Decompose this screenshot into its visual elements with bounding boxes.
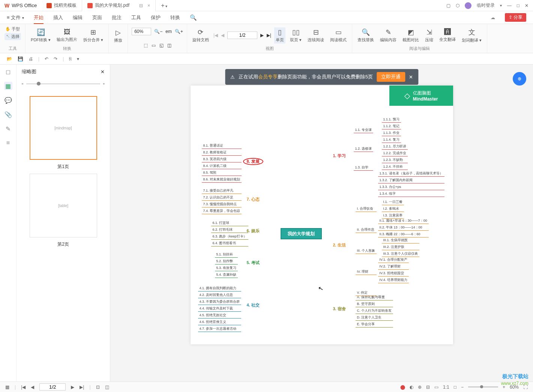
page-input[interactable] xyxy=(227,32,257,39)
menu-tools[interactable]: 工具 xyxy=(131,14,141,21)
b2s0-items: I.1. 一日三餐 I.2. 多喝水 I.3. 注意营养 xyxy=(382,199,404,219)
thumbnails-icon[interactable]: ▦ xyxy=(4,82,12,90)
print-icon[interactable]: 🖨 xyxy=(29,56,33,62)
workspace: ◻ ▦ 💬 📎 ✎ ≡ 缩略图 ✕ ▫ ▫ [mindmap] 第1页 [tab… xyxy=(0,65,533,381)
first-page-icon[interactable]: |◀ xyxy=(213,33,218,38)
sb-thumbs-icon[interactable]: ▦ xyxy=(5,384,9,390)
menu-insert[interactable]: 插入 xyxy=(53,14,63,21)
sb-mode-icon[interactable]: ◫ xyxy=(105,384,109,390)
bookmark-icon[interactable]: ◻ xyxy=(4,68,12,76)
close-banner-icon[interactable]: ✕ xyxy=(409,74,413,80)
thumb-size-slider[interactable]: ▫ ▫ xyxy=(17,79,110,89)
window-controls: ▢ ⬡ 临时登录▾ — □ ✕ xyxy=(446,2,533,9)
play-button[interactable]: ▷播放 xyxy=(113,28,124,44)
cube-icon[interactable]: ▢ xyxy=(446,3,450,8)
file-menu[interactable]: ≡ 文件 ▾ xyxy=(7,14,24,21)
sb-tool6-icon[interactable]: □ xyxy=(454,384,456,390)
sign-icon[interactable]: ✎ xyxy=(4,125,12,133)
layers-icon[interactable]: ≡ xyxy=(4,139,12,147)
canvas[interactable]: ⚠ 正在试用会员专享删除页面功能，非会员用户可以免费删除5页 立即开通 ✕ ⊕ … xyxy=(110,65,533,381)
apps-icon[interactable]: ⬡ xyxy=(456,3,459,8)
menu-bar: ≡ 文件 ▾ 开始 插入 编辑 页面 批注 工具 保护 转换 🔍 ☁ ⇪ 分享 xyxy=(0,11,533,24)
attachments-icon[interactable]: 📎 xyxy=(4,110,12,119)
open-icon[interactable]: 📂 xyxy=(7,56,12,62)
login-label[interactable]: 临时登录 xyxy=(477,2,495,9)
close-panel-icon[interactable]: ✕ xyxy=(101,69,105,75)
close-icon[interactable]: ✕ xyxy=(525,3,528,8)
sb-zoom-slider[interactable] xyxy=(468,386,498,387)
menu-edit[interactable]: 编辑 xyxy=(73,14,83,21)
sb-rec-icon[interactable]: ⬤ xyxy=(400,384,405,390)
fit-width-icon[interactable]: ⬚ xyxy=(144,43,148,48)
edit-content[interactable]: ✎编辑内容 xyxy=(378,27,398,44)
undo-icon[interactable]: ↶ xyxy=(45,56,48,62)
word-translate[interactable]: 文划词翻译 ▾ xyxy=(460,27,483,44)
menu-protect[interactable]: 保护 xyxy=(151,14,161,21)
next-page-icon[interactable]: ▶ xyxy=(260,33,264,38)
view4-icon[interactable]: ◫ xyxy=(167,43,171,48)
sb-tool1-icon[interactable]: ◐ xyxy=(410,384,413,390)
maximize-icon[interactable]: □ xyxy=(517,3,519,8)
copy-icon[interactable]: ⎘ xyxy=(69,56,72,62)
thumbnail-page-1[interactable]: [mindmap] xyxy=(30,96,97,160)
rotate-doc[interactable]: ⟳旋转文档 xyxy=(191,27,210,44)
menu-annotate[interactable]: 批注 xyxy=(112,14,122,21)
more-icon[interactable]: ▾ xyxy=(77,56,79,62)
b1s2-items: 1.3.1. 读名著（鬼谷子，高情商聊天术等） 1.3.2. 了解国内外新闻 1… xyxy=(378,170,444,197)
menu-page[interactable]: 页面 xyxy=(92,14,102,21)
save-icon[interactable]: 💾 xyxy=(18,56,23,62)
fit-page-icon[interactable]: ▭ xyxy=(152,43,156,48)
thumbnail-page-2[interactable]: [table] xyxy=(30,174,97,237)
menu-start[interactable]: 开始 xyxy=(34,14,44,24)
comments-icon[interactable]: 💬 xyxy=(4,96,12,104)
sb-tool5-icon[interactable]: 1:1 xyxy=(443,384,449,390)
upgrade-button[interactable]: 立即开通 xyxy=(377,72,405,82)
single-page[interactable]: ▯单页 xyxy=(274,27,285,44)
screenshot-compare[interactable]: ◩截图对比 xyxy=(401,27,420,44)
sb-prev-icon[interactable]: ◀ xyxy=(31,384,34,390)
branch-8-items: 8.1. 普通话证 8.2. 教师资格证 8.3. 英语四六级 8.4. 计算机… xyxy=(202,143,242,183)
redo-icon[interactable]: ↷ xyxy=(54,56,57,62)
pdf-icon xyxy=(87,3,93,8)
share-button[interactable]: ⇪ 分享 xyxy=(505,13,526,22)
select-tool[interactable]: ↖ 选择 xyxy=(5,33,21,40)
sb-tool3-icon[interactable]: ⊟ xyxy=(426,384,430,390)
tab-templates[interactable]: 找稻壳模板 xyxy=(41,0,82,11)
cloud-icon[interactable]: ☁ xyxy=(491,15,495,20)
floating-action-button[interactable]: ⊕ xyxy=(513,72,526,86)
find-replace[interactable]: 🔍查找替换 xyxy=(356,27,375,44)
zoom-in-icon[interactable]: 🔍+ xyxy=(175,29,183,34)
minimize-icon[interactable]: — xyxy=(507,3,512,8)
sb-tool4-icon[interactable]: ▭ xyxy=(434,384,438,390)
warn-icon: ⚠ xyxy=(230,74,235,80)
tab-menu-icon[interactable]: ⊟ xyxy=(139,3,143,8)
sb-tool2-icon[interactable]: ⊕ xyxy=(418,384,422,390)
last-page-icon[interactable]: ▶| xyxy=(267,33,271,38)
continuous-read[interactable]: ⊟连续阅读 xyxy=(306,27,326,44)
export-image[interactable]: 🖼输出为图片 xyxy=(55,27,79,43)
sb-fit-icon[interactable]: ⊡ xyxy=(96,384,100,390)
side-iconbar: ◻ ▦ 💬 📎 ✎ ≡ xyxy=(0,65,17,381)
new-tab-button[interactable]: +▾ xyxy=(156,2,172,9)
zoom-out-icon[interactable]: 🔍− xyxy=(154,29,162,34)
tab-document[interactable]: 我的大学规划.pdf⊟× xyxy=(82,0,156,11)
avatar[interactable] xyxy=(465,2,471,9)
double-page[interactable]: ▯▯双页 ▾ xyxy=(288,27,303,44)
sb-last-icon[interactable]: ▶| xyxy=(80,384,84,390)
actual-icon[interactable]: ◱ xyxy=(159,43,164,48)
zoom-select[interactable]: 60% xyxy=(132,28,151,35)
compress[interactable]: ⇲压缩 xyxy=(423,27,435,44)
read-mode[interactable]: ▭阅读模式 xyxy=(329,27,348,44)
sb-page-input[interactable] xyxy=(39,383,66,390)
search-icon[interactable]: 🔍 xyxy=(190,14,197,21)
menu-convert[interactable]: 转换 xyxy=(170,14,180,21)
close-tab-icon[interactable]: × xyxy=(147,3,150,8)
full-translate[interactable]: 🅰全文翻译 xyxy=(438,27,457,43)
sb-zoomout-icon[interactable]: − xyxy=(461,384,464,390)
split-merge[interactable]: ⊞拆分合并 ▾ xyxy=(82,27,105,44)
sb-first-icon[interactable]: |◀ xyxy=(21,384,26,390)
prev-page-icon[interactable]: ◀ xyxy=(221,33,224,38)
hand-tool[interactable]: ✋ 手型 xyxy=(4,26,21,33)
sb-next-icon[interactable]: ▶ xyxy=(71,384,74,390)
pdf-convert[interactable]: 🔄PDF转换 ▾ xyxy=(29,27,52,44)
